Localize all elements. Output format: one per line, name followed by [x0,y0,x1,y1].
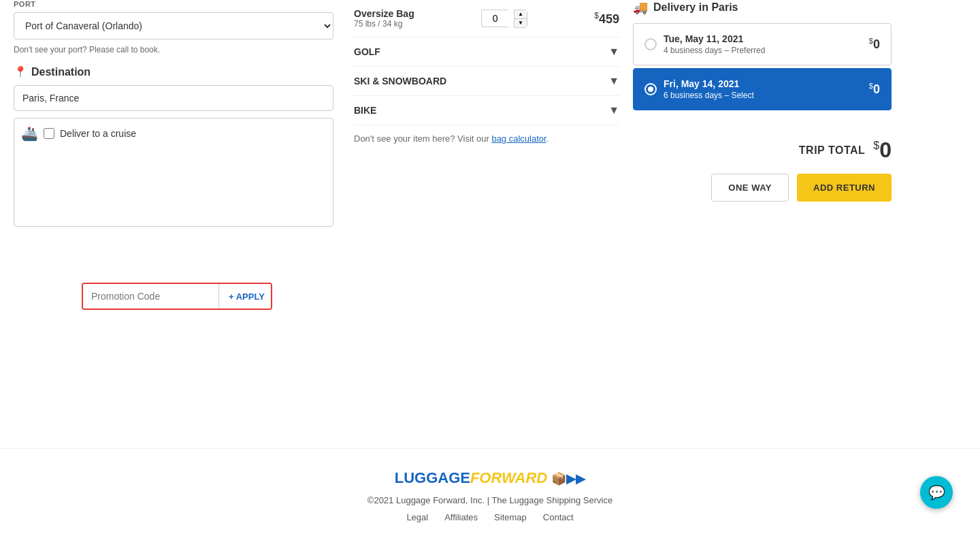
oversize-bag-name: Oversize Bag [354,8,414,19]
destination-section: 📍 Destination Paris, France 🚢 Deliver to… [14,65,333,227]
oversize-bag-controls: ▲ ▼ [481,10,527,28]
oversize-bag-qty-up[interactable]: ▲ [514,10,527,19]
footer-links: Legal Affiliates Sitemap Contact [0,512,980,522]
delivery-truck-icon: 🚚 [633,0,648,15]
chat-icon: 💬 [928,484,945,501]
cruise-row: 🚢 Deliver to a cruise [21,125,326,142]
oversize-bag-weight: 75 lbs / 34 kg [354,19,414,29]
bag-hint-text: Don't see your item here? Visit our [354,133,491,144]
delivery-option-1[interactable]: Tue, May 11, 2021 4 business days – Pref… [633,23,892,65]
footer-link-contact[interactable]: Contact [543,512,574,522]
ski-expand-icon: ▼ [608,75,619,87]
delivery-option-2-price: $0 [869,82,880,97]
destination-input: Paris, France [14,85,333,111]
delivery-option-2-radio [644,83,657,95]
add-return-button[interactable]: ADD RETURN [797,174,892,202]
destination-box: 🚢 Deliver to a cruise [14,118,333,227]
destination-pin-icon: 📍 [14,65,27,78]
delivery-option-2-left: Fri, May 14, 2021 6 business days – Sele… [644,78,754,100]
one-way-button[interactable]: ONE WAY [711,174,789,202]
oversize-bag-price: $459 [594,11,619,27]
oversize-bag-row: Oversize Bag 75 lbs / 34 kg ▲ ▼ $459 [354,8,619,29]
trip-total-price: $0 [873,138,892,163]
delivery-option-1-left: Tue, May 11, 2021 4 business days – Pref… [644,33,765,55]
oversize-bag-arrows: ▲ ▼ [514,10,527,28]
bag-hint: Don't see your item here? Visit our bag … [354,125,619,152]
footer-link-sitemap[interactable]: Sitemap [494,512,527,522]
footer-logo-icon: 📦▶▶ [551,472,585,486]
footer-logo-forward: FORWARD [470,469,547,486]
port-hint: Don't see your port? Please call to book… [14,45,333,54]
chat-button[interactable]: 💬 [920,476,953,509]
delivery-option-1-price: $0 [869,37,880,52]
promo-section: + APPLY [82,283,272,310]
golf-category-label: GOLF [354,46,380,57]
bike-expand-icon: ▼ [608,104,619,116]
bike-category-label: BIKE [354,105,376,116]
oversize-bag-item: Oversize Bag 75 lbs / 34 kg ▲ ▼ $459 [354,0,619,37]
delivery-option-1-days: 4 business days – Preferred [664,46,765,55]
ski-snowboard-category-row[interactable]: SKI & SNOWBOARD ▼ [354,67,619,96]
cruise-checkbox[interactable] [44,128,54,139]
delivery-option-2-info: Fri, May 14, 2021 6 business days – Sele… [664,78,754,100]
golf-category-row[interactable]: GOLF ▼ [354,37,619,67]
delivery-option-1-info: Tue, May 11, 2021 4 business days – Pref… [664,33,765,55]
cruise-ship-icon: 🚢 [21,125,38,142]
delivery-header: 🚚 Delivery in Paris [633,0,892,15]
delivery-option-2[interactable]: Fri, May 14, 2021 6 business days – Sele… [633,68,892,110]
footer-logo: LUGGAGEFORWARD 📦▶▶ [0,469,980,487]
bike-category-row[interactable]: BIKE ▼ [354,96,619,125]
ski-snowboard-category-label: SKI & SNOWBOARD [354,76,446,86]
delivery-title: Delivery in Paris [653,1,738,14]
oversize-bag-qty-down[interactable]: ▼ [514,19,527,27]
radio-selected-inner [648,86,653,92]
delivery-option-1-date: Tue, May 11, 2021 [664,33,765,44]
left-panel: PORT Port of Canaveral (Orlando) Port of… [0,0,347,238]
golf-expand-icon: ▼ [608,46,619,58]
bag-calculator-link[interactable]: bag calculator [491,133,546,144]
footer-logo-luggage: LUGGAGE [395,469,470,486]
middle-panel: Oversize Bag 75 lbs / 34 kg ▲ ▼ $459 GOL… [354,0,619,152]
promo-input[interactable] [83,284,218,309]
trip-total-area: TRIP TOTAL $0 [633,138,892,163]
action-buttons: ONE WAY ADD RETURN [633,174,892,202]
delivery-options: Tue, May 11, 2021 4 business days – Pref… [633,23,892,110]
promo-wrapper: + APPLY [82,283,272,310]
oversize-bag-info: Oversize Bag 75 lbs / 34 kg [354,8,414,29]
destination-header: 📍 Destination [14,65,333,78]
footer-link-legal[interactable]: Legal [406,512,428,522]
port-label: PORT [14,0,333,8]
cruise-label: Deliver to a cruise [60,128,136,139]
delivery-option-2-days: 6 business days – Select [664,91,754,100]
footer-copyright: ©2021 Luggage Forward, Inc. | The Luggag… [0,495,980,505]
destination-value: Paris, France [22,93,79,104]
right-panel: 🚚 Delivery in Paris Tue, May 11, 2021 4 … [633,0,892,202]
trip-total-label: TRIP TOTAL [799,144,865,157]
bag-hint-suffix: . [546,133,549,144]
delivery-option-1-radio [644,38,657,50]
delivery-option-2-date: Fri, May 14, 2021 [664,78,754,89]
destination-title: Destination [31,66,91,78]
footer: LUGGAGEFORWARD 📦▶▶ ©2021 Luggage Forward… [0,448,980,536]
port-select[interactable]: Port of Canaveral (Orlando) Port of Miam… [14,12,333,40]
footer-link-affiliates[interactable]: Affiliates [444,512,478,522]
promo-apply-button[interactable]: + APPLY [218,284,272,309]
oversize-bag-qty[interactable] [481,10,508,27]
port-section: PORT Port of Canaveral (Orlando) Port of… [14,0,333,54]
